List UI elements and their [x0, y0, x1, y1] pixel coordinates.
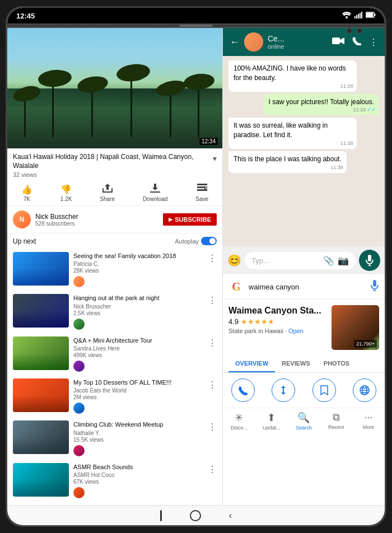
dislike-count: 1.2K: [60, 196, 72, 202]
list-info-5: Climbing Club: Weekend Meetup Nathalie Y…: [73, 420, 201, 456]
message-input-field[interactable]: Typ... 📎 📷: [245, 252, 356, 269]
wa-video-call-icon[interactable]: [332, 36, 344, 48]
list-item-more-1[interactable]: ⋮: [206, 252, 217, 264]
list-channel-3: Sandra Lives Here: [73, 345, 201, 352]
list-item-more-4[interactable]: ⋮: [206, 378, 217, 390]
maps-bottom-nav: ✳ Disco... ⬆ Updat... 🔍 Search ⧉: [223, 408, 385, 433]
camera-icon[interactable]: 📷: [338, 255, 349, 266]
channel-name: Nick Busscher: [35, 213, 163, 221]
wa-msg-text-2: I saw your pictures!! Totally jealous.: [268, 98, 374, 106]
list-item[interactable]: Climbing Club: Weekend Meetup Nathalie Y…: [7, 417, 222, 459]
split-container: 12:34 Kaua'i Hawaii Holiday 2018 | Napal…: [7, 28, 385, 505]
tab-photos[interactable]: PHOTOS: [317, 356, 356, 372]
wa-phone-icon[interactable]: [352, 36, 361, 48]
battery-icon: [366, 12, 376, 20]
list-item-more-3[interactable]: ⋮: [206, 336, 217, 348]
share-label: Share: [100, 196, 115, 202]
wa-user-info[interactable]: Ce... online: [268, 34, 328, 50]
place-photo-count: 21,790+: [354, 340, 377, 348]
wa-message-received-2: It was so surreal, like walking in parad…: [228, 118, 357, 149]
system-navigation-bar: ‹: [7, 505, 385, 525]
wa-msg-text-1: 100% AMAZING. I have like no words for t…: [234, 64, 346, 82]
whatsapp-input-bar: 😊 Typ... 📎 📷: [223, 246, 385, 274]
maps-nav-more[interactable]: ··· More: [352, 412, 385, 431]
maps-nav-search[interactable]: 🔍 Search: [288, 412, 320, 431]
list-avatar-4: [73, 403, 85, 414]
list-item[interactable]: Seeing the sea! Family vacation 2018 Pat…: [7, 249, 222, 291]
place-photo[interactable]: 21,790+: [332, 305, 379, 350]
wa-message-sent-1: I saw your pictures!! Totally jealous. 1…: [263, 94, 379, 116]
svg-rect-7: [366, 13, 373, 17]
list-info-1: Seeing the sea! Family vacation 2018 Pat…: [73, 252, 201, 287]
list-title-1: Seeing the sea! Family vacation 2018: [73, 252, 201, 260]
autoplay-toggle[interactable]: [201, 237, 217, 245]
palm-6: [198, 84, 199, 137]
list-item[interactable]: My Top 10 Desserts OF ALL TIME!!! Jacob …: [7, 375, 222, 417]
svg-rect-14: [368, 255, 371, 261]
maps-nav-recent[interactable]: ⧉ Recent: [320, 412, 352, 431]
dislike-button[interactable]: 👎 1.2K: [60, 184, 72, 202]
list-avatar-2: [73, 319, 85, 330]
list-title-4: My Top 10 Desserts OF ALL TIME!!!: [73, 378, 201, 386]
list-item-more-6[interactable]: ⋮: [206, 463, 217, 475]
list-info-6: ASMR Beach Sounds ASMR Hot Coco 67K view…: [73, 463, 201, 498]
list-info-2: Hanging out at the park at night Nick Br…: [73, 294, 201, 329]
list-item-more-2[interactable]: ⋮: [206, 294, 217, 306]
channel-info: Nick Busscher 528 subscribers: [35, 213, 163, 227]
call-button[interactable]: [231, 378, 255, 402]
list-title-2: Hanging out at the park at night: [73, 294, 201, 302]
youtube-panel: 12:34 Kaua'i Hawaii Holiday 2018 | Napal…: [7, 28, 223, 505]
list-item[interactable]: Q&A + Mini Architecture Tour Sandra Live…: [7, 333, 222, 375]
thumbs-down-icon: 👎: [60, 184, 72, 195]
like-button[interactable]: 👍 7K: [21, 184, 32, 202]
wa-back-button[interactable]: ←: [230, 36, 240, 48]
save-place-button[interactable]: [312, 378, 336, 402]
subscribe-label: SUBSCRIBE: [175, 216, 211, 223]
back-button[interactable]: ‹: [229, 511, 232, 521]
discover-label: Disco...: [231, 425, 248, 431]
maps-search-input[interactable]: [249, 283, 366, 291]
place-card: Waimea Canyon Sta... 4.9 ★★★★★ State par…: [223, 300, 385, 356]
list-item-more-5[interactable]: ⋮: [206, 420, 217, 432]
device-screen: 12:45: [7, 8, 385, 525]
palm-3: [91, 87, 93, 137]
camera-lens-2: [357, 28, 362, 34]
wa-message-received-3: This is the place I was talking about. 1…: [228, 151, 347, 173]
maps-nav-updates[interactable]: ⬆ Updat...: [255, 412, 288, 431]
save-button[interactable]: Save: [195, 184, 208, 202]
directions-button[interactable]: [272, 378, 295, 402]
place-stars: ★★★★★: [241, 317, 274, 326]
wa-more-icon[interactable]: ⋮: [369, 37, 378, 48]
place-rating-row: 4.9 ★★★★★: [228, 317, 326, 326]
emoji-button[interactable]: 😊: [227, 254, 241, 267]
place-type-text: State park in Hawaii: [228, 328, 283, 334]
whatsapp-section: ← Ce... online: [223, 28, 385, 274]
search-label: Search: [296, 425, 312, 431]
mic-button[interactable]: [359, 250, 380, 271]
download-icon: [150, 184, 160, 195]
place-type: State park in Hawaii · Open: [228, 328, 326, 334]
maps-mic-icon[interactable]: [370, 280, 379, 294]
svg-rect-17: [373, 280, 376, 287]
device-hinge: [7, 24, 385, 28]
attachment-icon[interactable]: 📎: [323, 255, 334, 266]
channel-avatar: N: [13, 211, 31, 228]
list-item[interactable]: Hanging out at the park at night Nick Br…: [7, 291, 222, 333]
chevron-down-icon[interactable]: ▾: [213, 154, 217, 163]
download-button[interactable]: Download: [143, 184, 167, 202]
svg-rect-9: [197, 184, 207, 185]
svg-rect-13: [332, 38, 340, 44]
wa-msg-text-3: It was so surreal, like walking in parad…: [234, 121, 328, 139]
up-next-label: Up next: [13, 237, 36, 245]
camera-lens-1: [347, 28, 352, 34]
list-item[interactable]: ASMR Beach Sounds ASMR Hot Coco 67K view…: [7, 460, 222, 502]
website-button[interactable]: [353, 378, 376, 402]
video-thumbnail[interactable]: 12:34: [7, 28, 222, 148]
home-button[interactable]: [190, 510, 201, 521]
subscribe-button[interactable]: ▶ SUBSCRIBE: [163, 213, 217, 226]
tab-overview[interactable]: OVERVIEW: [228, 356, 275, 372]
share-button[interactable]: Share: [100, 184, 115, 202]
recent-apps-button[interactable]: [160, 510, 162, 521]
maps-nav-discover[interactable]: ✳ Disco...: [223, 412, 255, 431]
tab-reviews[interactable]: REVIEWS: [275, 356, 317, 372]
